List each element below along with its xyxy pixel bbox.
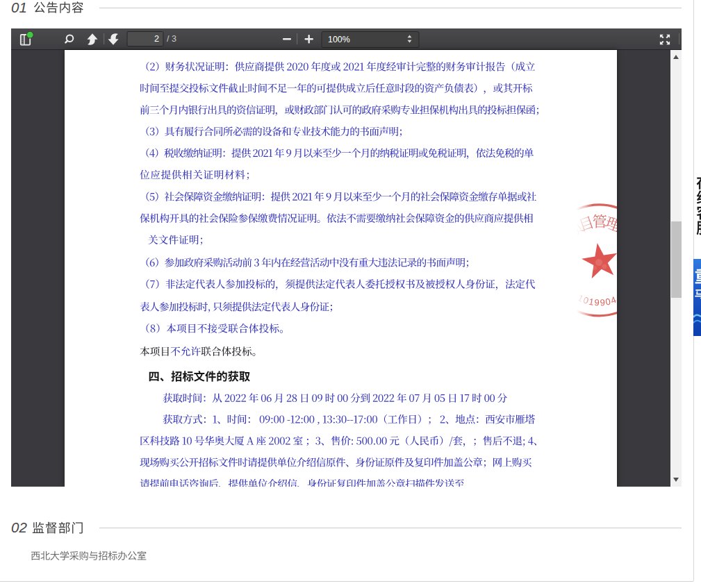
svg-text:100%: 100% <box>328 35 350 44</box>
svg-text:9: 9 <box>594 297 600 308</box>
svg-text:/ 3: / 3 <box>167 34 176 44</box>
svg-text:2: 2 <box>154 34 159 44</box>
